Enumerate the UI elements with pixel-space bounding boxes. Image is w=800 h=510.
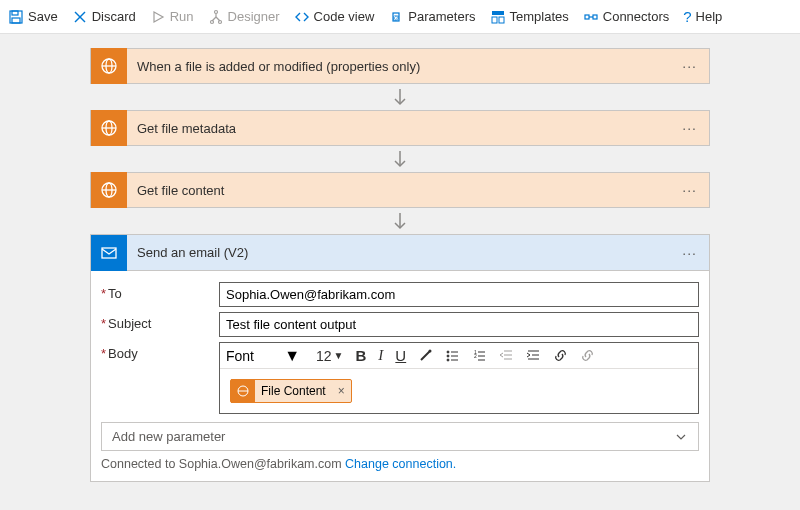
add-parameter-dropdown[interactable]: Add new parameter xyxy=(101,422,699,451)
content-step[interactable]: Get file content ··· xyxy=(90,172,710,208)
metadata-title: Get file metadata xyxy=(127,121,670,136)
svg-rect-18 xyxy=(593,15,597,19)
codeview-button[interactable]: Code view xyxy=(294,9,375,25)
svg-text:@: @ xyxy=(393,14,400,21)
email-step: Send an email (V2) ··· *To *Subject *Bod… xyxy=(90,234,710,482)
to-field-row: *To xyxy=(101,282,699,307)
metadata-step[interactable]: Get file metadata ··· xyxy=(90,110,710,146)
to-label: *To xyxy=(101,282,219,301)
number-list-button[interactable]: 12 xyxy=(470,348,489,363)
designer-button[interactable]: Designer xyxy=(208,9,280,25)
bullet-list-button[interactable] xyxy=(443,348,462,363)
font-select[interactable]: Font ▼ xyxy=(226,348,304,364)
trigger-menu[interactable]: ··· xyxy=(670,58,709,74)
save-button[interactable]: Save xyxy=(8,9,58,25)
connectors-icon xyxy=(583,9,599,25)
svg-rect-1 xyxy=(12,11,18,15)
svg-point-38 xyxy=(447,359,449,361)
subject-label: *Subject xyxy=(101,312,219,331)
svg-rect-17 xyxy=(585,15,589,19)
svg-point-11 xyxy=(218,20,221,23)
content-menu[interactable]: ··· xyxy=(670,182,709,198)
sharepoint-icon xyxy=(91,48,127,84)
underline-button[interactable]: U xyxy=(393,347,408,364)
color-button[interactable] xyxy=(416,348,435,363)
trigger-step[interactable]: When a file is added or modified (proper… xyxy=(90,48,710,84)
change-connection-link[interactable]: Change connection. xyxy=(345,457,456,471)
body-label: *Body xyxy=(101,342,219,361)
templates-button[interactable]: Templates xyxy=(490,9,569,25)
size-select[interactable]: 12 ▼ xyxy=(312,348,345,364)
svg-point-10 xyxy=(210,20,213,23)
token-label: File Content xyxy=(255,384,332,398)
codeview-label: Code view xyxy=(314,9,375,24)
help-label: Help xyxy=(696,9,723,24)
trigger-title: When a file is added or modified (proper… xyxy=(127,59,670,74)
outdent-button[interactable] xyxy=(497,348,516,363)
indent-button[interactable] xyxy=(524,348,543,363)
svg-rect-15 xyxy=(492,17,497,23)
help-button[interactable]: ? Help xyxy=(683,8,722,25)
connectors-label: Connectors xyxy=(603,9,669,24)
subject-input[interactable] xyxy=(219,312,699,337)
unlink-button[interactable] xyxy=(578,348,597,363)
run-icon xyxy=(150,9,166,25)
flow-arrow xyxy=(90,146,710,172)
connectors-button[interactable]: Connectors xyxy=(583,9,669,25)
svg-point-36 xyxy=(447,355,449,357)
flow-arrow xyxy=(90,84,710,110)
help-icon: ? xyxy=(683,8,691,25)
body-field-row: *Body Font ▼ 12 ▼ B I U 12 xyxy=(101,342,699,414)
flow-arrow xyxy=(90,208,710,234)
email-header[interactable]: Send an email (V2) ··· xyxy=(91,235,709,271)
discard-label: Discard xyxy=(92,9,136,24)
svg-rect-32 xyxy=(102,248,116,258)
sharepoint-icon xyxy=(231,379,255,403)
save-label: Save xyxy=(28,9,58,24)
svg-rect-16 xyxy=(499,17,504,23)
designer-canvas: When a file is added or modified (proper… xyxy=(0,34,800,492)
link-button[interactable] xyxy=(551,348,570,363)
discard-icon xyxy=(72,9,88,25)
parameters-icon: @ xyxy=(388,9,404,25)
email-menu[interactable]: ··· xyxy=(670,245,709,261)
templates-label: Templates xyxy=(510,9,569,24)
designer-icon xyxy=(208,9,224,25)
email-title: Send an email (V2) xyxy=(127,245,670,260)
body-content[interactable]: File Content × xyxy=(220,369,698,413)
sharepoint-icon xyxy=(91,172,127,208)
svg-point-33 xyxy=(429,350,432,353)
body-editor: Font ▼ 12 ▼ B I U 12 xyxy=(219,342,699,414)
rte-toolbar: Font ▼ 12 ▼ B I U 12 xyxy=(220,343,698,369)
parameters-label: Parameters xyxy=(408,9,475,24)
connection-info: Connected to Sophia.Owen@fabrikam.com Ch… xyxy=(101,457,699,471)
chevron-down-icon xyxy=(674,430,688,444)
svg-rect-14 xyxy=(492,11,504,15)
templates-icon xyxy=(490,9,506,25)
run-button[interactable]: Run xyxy=(150,9,194,25)
svg-text:2: 2 xyxy=(474,353,477,359)
add-param-label: Add new parameter xyxy=(112,429,225,444)
token-remove[interactable]: × xyxy=(332,384,351,398)
save-icon xyxy=(8,9,24,25)
metadata-menu[interactable]: ··· xyxy=(670,120,709,136)
codeview-icon xyxy=(294,9,310,25)
file-content-token[interactable]: File Content × xyxy=(230,379,352,403)
sharepoint-icon xyxy=(91,110,127,146)
run-label: Run xyxy=(170,9,194,24)
parameters-button[interactable]: @ Parameters xyxy=(388,9,475,25)
content-title: Get file content xyxy=(127,183,670,198)
email-body: *To *Subject *Body Font ▼ 12 ▼ B xyxy=(91,271,709,481)
discard-button[interactable]: Discard xyxy=(72,9,136,25)
designer-label: Designer xyxy=(228,9,280,24)
svg-rect-2 xyxy=(12,18,20,23)
to-input[interactable] xyxy=(219,282,699,307)
command-bar: Save Discard Run Designer Code view @ Pa… xyxy=(0,0,800,34)
svg-point-34 xyxy=(447,351,449,353)
svg-marker-5 xyxy=(154,12,163,22)
svg-point-6 xyxy=(214,10,217,13)
outlook-icon xyxy=(91,235,127,271)
bold-button[interactable]: B xyxy=(354,347,369,364)
subject-field-row: *Subject xyxy=(101,312,699,337)
italic-button[interactable]: I xyxy=(376,347,385,364)
